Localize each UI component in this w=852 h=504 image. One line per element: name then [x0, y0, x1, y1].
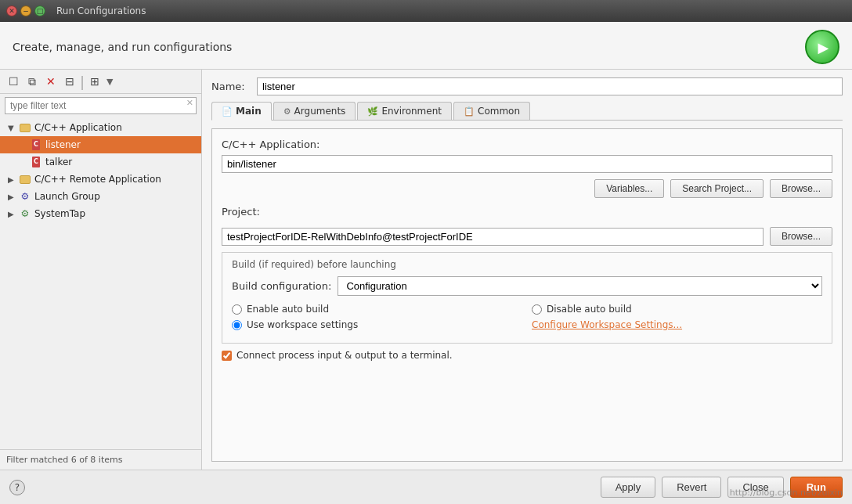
cpp-remote-icon	[19, 173, 31, 185]
cpp-app-button-row: Variables... Search Project... Browse...	[222, 179, 832, 198]
project-input[interactable]	[222, 228, 764, 246]
environment-tab-icon: 🌿	[367, 106, 378, 117]
tree-item-cpp-remote[interactable]: ▶ C/C++ Remote Application	[0, 171, 201, 188]
search-project-button[interactable]: Search Project...	[670, 179, 764, 198]
launch-group-icon: ⚙	[19, 190, 31, 203]
tree-item-talker[interactable]: C talker	[0, 153, 201, 171]
maximize-window-button[interactable]: □	[34, 5, 45, 16]
browse-project-button[interactable]: Browse...	[770, 227, 832, 246]
common-tab-icon: 📋	[464, 106, 475, 117]
minimize-window-button[interactable]: −	[20, 5, 31, 16]
tree-item-cpp-app[interactable]: ▼ C/C++ Application	[0, 119, 201, 136]
window-title: Run Configurations	[56, 5, 146, 16]
project-input-row: Browse...	[222, 227, 832, 246]
build-config-label: Build configuration:	[232, 280, 331, 292]
tree-label-launch-group: Launch Group	[34, 191, 100, 202]
filter-dropdown-icon[interactable]: ▼	[106, 77, 113, 87]
build-config-select[interactable]: Configuration Debug Release	[338, 276, 822, 296]
workspace-link-item: Configure Workspace Settings...	[532, 319, 822, 330]
environment-tab-label: Environment	[381, 106, 442, 117]
configure-workspace-link[interactable]: Configure Workspace Settings...	[532, 319, 682, 330]
terminal-checkbox-row: Connect process input & output to a term…	[222, 350, 832, 361]
terminal-checkbox[interactable]	[222, 351, 232, 361]
watermark: http://blog.csdn.net/zuixin	[730, 488, 843, 498]
use-workspace-label: Use workspace settings	[247, 319, 358, 330]
browse-app-button[interactable]: Browse...	[770, 179, 832, 198]
footer-left: ?	[9, 480, 25, 495]
new-config-button[interactable]: ☐	[5, 73, 22, 90]
right-panel: Name: 📄 Main ⚙ Arguments 🌿 Environment	[202, 70, 852, 470]
delete-config-button[interactable]: ✕	[42, 73, 60, 90]
tree-item-launch-group[interactable]: ▶ ⚙ Launch Group	[0, 188, 201, 205]
filter-clear-icon[interactable]: ✕	[186, 98, 193, 108]
cpp-app-section-label: C/C++ Application:	[222, 139, 832, 150]
cpp-app-input-row	[222, 155, 832, 173]
expand-icon-cpp-app[interactable]: ▼	[8, 124, 19, 132]
arguments-tab-label: Arguments	[294, 106, 346, 117]
expand-icon-cpp-remote[interactable]: ▶	[8, 175, 19, 184]
radio-use-workspace: Use workspace settings	[232, 319, 522, 330]
systemtap-icon: ⚙	[19, 207, 31, 220]
disable-auto-label: Disable auto build	[547, 304, 632, 315]
toolbar-separator: |	[80, 73, 85, 90]
dialog-body: ☐ ⧉ ✕ ⊟ | ⊞ ▼ ✕ ▼ C/C	[0, 70, 852, 470]
name-input[interactable]	[257, 77, 843, 95]
title-bar-buttons: ✕ − □	[6, 5, 45, 16]
collapse-all-button[interactable]: ⊟	[61, 73, 78, 90]
tree-item-systemtap[interactable]: ▶ ⚙ SystemTap	[0, 205, 201, 222]
tree-label-listener: listener	[45, 139, 81, 150]
build-config-row: Build configuration: Configuration Debug…	[232, 276, 822, 296]
name-label: Name:	[211, 81, 251, 92]
title-bar: ✕ − □ Run Configurations	[0, 0, 852, 22]
tab-main[interactable]: 📄 Main	[211, 102, 272, 121]
revert-button[interactable]: Revert	[662, 477, 721, 498]
expand-icon-launch-group[interactable]: ▶	[8, 193, 19, 201]
radio-grid: Enable auto build Disable auto build Use…	[232, 304, 822, 330]
common-tab-label: Common	[478, 106, 520, 117]
variables-button[interactable]: Variables...	[594, 179, 664, 198]
duplicate-config-button[interactable]: ⧉	[23, 73, 41, 90]
expand-icon-systemtap[interactable]: ▶	[8, 210, 19, 218]
help-icon: ?	[15, 482, 20, 493]
tab-arguments[interactable]: ⚙ Arguments	[273, 102, 356, 120]
tab-bar: 📄 Main ⚙ Arguments 🌿 Environment 📋 Commo…	[211, 102, 843, 121]
tree-label-cpp-app: C/C++ Application	[34, 122, 122, 133]
tree-label-systemtap: SystemTap	[34, 208, 85, 219]
project-row: Project:	[222, 206, 832, 222]
listener-config-icon: C	[30, 139, 42, 151]
cpp-app-icon	[19, 121, 31, 134]
left-panel: ☐ ⧉ ✕ ⊟ | ⊞ ▼ ✕ ▼ C/C	[0, 70, 202, 470]
use-workspace-radio[interactable]	[232, 320, 242, 330]
filter-status: Filter matched 6 of 8 items	[0, 449, 201, 470]
enable-auto-label: Enable auto build	[247, 304, 329, 315]
filter-box: ✕	[5, 97, 197, 114]
build-section: Build (if required) before launching Bui…	[222, 252, 832, 344]
help-button[interactable]: ?	[9, 480, 25, 495]
disable-auto-radio[interactable]	[532, 304, 542, 315]
tab-environment[interactable]: 🌿 Environment	[357, 102, 452, 120]
project-label: Project:	[222, 206, 267, 218]
filter-button[interactable]: ⊞	[86, 73, 103, 90]
dialog-footer: ? Apply Revert Close Run	[0, 470, 852, 504]
main-tab-icon: 📄	[222, 106, 233, 117]
filter-status-text: Filter matched 6 of 8 items	[6, 455, 122, 465]
dialog-header: Create, manage, and run configurations	[0, 22, 852, 70]
filter-input[interactable]	[5, 97, 197, 114]
config-tree: ▼ C/C++ Application C listener	[0, 117, 201, 449]
enable-auto-radio[interactable]	[232, 304, 242, 315]
build-section-title: Build (if required) before launching	[232, 259, 822, 270]
apply-button[interactable]: Apply	[601, 477, 656, 498]
radio-disable-auto: Disable auto build	[532, 304, 822, 315]
left-toolbar: ☐ ⧉ ✕ ⊟ | ⊞ ▼	[0, 70, 201, 94]
main-tab-label: Main	[236, 106, 262, 117]
terminal-checkbox-label: Connect process input & output to a term…	[236, 350, 453, 361]
run-configurations-dialog: Create, manage, and run configurations ☐…	[0, 22, 852, 504]
cpp-app-input[interactable]	[222, 155, 832, 173]
dialog-subtitle: Create, manage, and run configurations	[13, 41, 232, 53]
close-window-button[interactable]: ✕	[6, 5, 17, 16]
arguments-tab-icon: ⚙	[283, 106, 291, 117]
run-icon-button[interactable]	[805, 30, 839, 64]
tab-common[interactable]: 📋 Common	[453, 102, 530, 120]
tree-item-listener[interactable]: C listener	[0, 136, 201, 153]
main-tab-content: C/C++ Application: Variables... Search P…	[211, 128, 843, 462]
